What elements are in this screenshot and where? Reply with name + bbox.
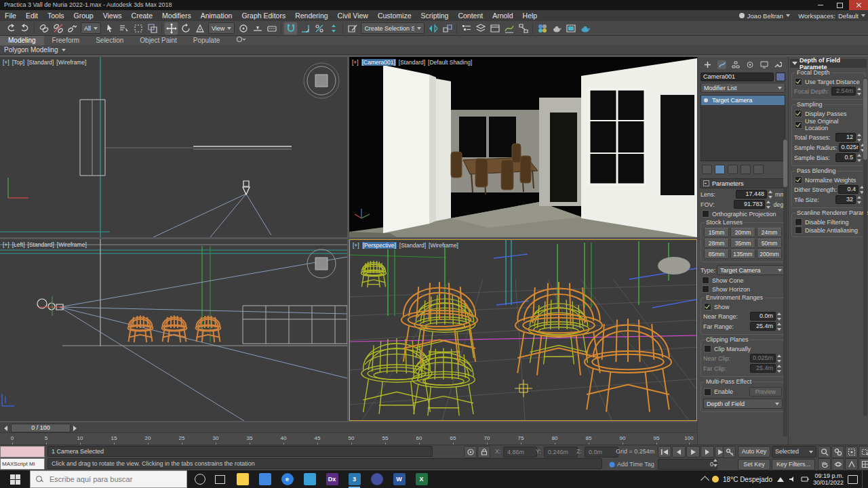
toggle-ribbon-icon[interactable] xyxy=(488,22,502,35)
window-crossing-icon[interactable] xyxy=(145,22,159,35)
menu-modifiers[interactable]: Modifiers xyxy=(157,10,196,21)
viewport-menu-general[interactable]: [+] xyxy=(3,59,9,66)
viewport-perspective[interactable]: [+] [Perspective] [Standard] [Wireframe] xyxy=(349,239,697,421)
viewport-menu-standard[interactable]: [Standard] xyxy=(399,59,425,66)
total-passes-field[interactable]: 12 xyxy=(835,133,856,142)
action-center-icon[interactable] xyxy=(848,475,858,484)
viewport-menu-pov[interactable]: [Left] xyxy=(12,241,25,248)
view-rotation-gizmo[interactable] xyxy=(304,63,339,98)
volume-icon[interactable] xyxy=(789,476,797,483)
remove-modifier-icon[interactable] xyxy=(741,165,751,174)
current-frame-spinner[interactable] xyxy=(713,459,719,467)
taskbar-app-excel[interactable]: X xyxy=(410,470,433,488)
camera-object[interactable] xyxy=(37,299,63,310)
lens-50mm-button[interactable]: 50mm xyxy=(757,239,782,248)
keyboard-shortcut-override-icon[interactable] xyxy=(264,22,279,35)
workspaces-dropdown-icon[interactable] xyxy=(861,14,865,17)
show-cone-checkbox[interactable] xyxy=(702,277,709,284)
multipass-effect-dropdown[interactable]: Depth of Field xyxy=(703,399,783,409)
tile-size-field[interactable]: 32 xyxy=(835,195,856,204)
viewport-menu-pov[interactable]: [Camera001] xyxy=(361,59,396,66)
set-key-button[interactable]: Set Key xyxy=(738,459,770,470)
z-coord-field[interactable]: 0.0m xyxy=(585,447,618,458)
select-and-move-icon[interactable] xyxy=(164,22,178,35)
polygon-modeling-dropdown-icon[interactable] xyxy=(62,49,66,52)
total-passes-spinner[interactable] xyxy=(857,134,863,142)
key-selection-dropdown[interactable]: Selected xyxy=(772,446,816,458)
viewport-menu-standard[interactable]: [Standard] xyxy=(27,59,54,66)
taskbar-app-teams[interactable] xyxy=(366,470,388,488)
camera-type-dropdown[interactable]: Target Camera xyxy=(717,265,785,275)
display-tab-icon[interactable] xyxy=(760,60,769,69)
toggle-scene-explorer-icon[interactable] xyxy=(459,22,473,35)
parameters-rollout[interactable]: Parameters xyxy=(700,178,786,188)
time-slider[interactable]: 0 / 100 xyxy=(11,424,71,432)
orbit-icon[interactable] xyxy=(831,458,844,470)
named-selection-set-dropdown[interactable]: Create Selection Se xyxy=(361,22,425,34)
previous-frame-button[interactable] xyxy=(672,446,686,458)
align-icon[interactable] xyxy=(440,22,454,35)
play-button[interactable] xyxy=(686,446,700,458)
network-icon[interactable] xyxy=(776,476,785,483)
signin-user[interactable]: Joao Beltran xyxy=(747,12,783,20)
weather-status[interactable]: 18°C Despejado xyxy=(723,476,772,483)
viewport-menu-standard[interactable]: [Standard] xyxy=(399,242,426,249)
redo-icon[interactable] xyxy=(18,22,32,35)
show-horizon-checkbox[interactable] xyxy=(702,285,709,293)
menu-content[interactable]: Content xyxy=(453,10,488,21)
macro-recorder-field[interactable] xyxy=(0,446,45,458)
disable-antialiasing-checkbox[interactable] xyxy=(795,226,802,234)
taskbar-clock[interactable]: 09:19 p.m. 30/01/2022 xyxy=(813,472,844,487)
selection-region-icon[interactable] xyxy=(131,22,145,35)
viewport-menu-general[interactable]: [+] xyxy=(352,59,359,66)
taskbar-search[interactable] xyxy=(30,470,187,488)
viewport-left[interactable]: [+] [Left] [Standard] [Wireframe] xyxy=(0,239,347,421)
viewport-menu-shading[interactable]: [Wireframe] xyxy=(429,242,458,249)
maximize-button[interactable] xyxy=(830,0,849,10)
ribbon-minimize-icon[interactable] xyxy=(228,36,254,45)
dither-strength-field[interactable]: 0.4 xyxy=(838,185,859,194)
lens-15mm-button[interactable]: 15mm xyxy=(704,228,729,237)
search-input[interactable] xyxy=(48,474,173,484)
angle-snap-icon[interactable] xyxy=(298,22,312,35)
fov-field[interactable]: 91.783 xyxy=(734,200,765,209)
ribbon-tab-populate[interactable]: Populate xyxy=(185,36,228,45)
viewport-left-canvas[interactable] xyxy=(0,239,347,421)
isolate-selection-icon[interactable] xyxy=(464,446,477,458)
shaded-object[interactable] xyxy=(658,257,690,274)
wireframe-chairs-orange[interactable] xyxy=(401,282,671,412)
previous-frame-arrow[interactable] xyxy=(4,426,7,431)
command-panel-scrollbar[interactable] xyxy=(783,138,787,436)
render-production-icon[interactable] xyxy=(578,22,592,35)
viewport-camera-canvas[interactable] xyxy=(349,57,697,237)
snap-toggle-3d-icon[interactable] xyxy=(283,22,298,35)
viewport-menu-shading[interactable]: [Default Shading] xyxy=(428,59,472,66)
menu-civil-view[interactable]: Civil View xyxy=(333,10,373,21)
use-pivot-center-icon[interactable] xyxy=(236,22,250,35)
far-range-spinner[interactable] xyxy=(777,323,783,331)
select-by-name-icon[interactable] xyxy=(117,22,131,35)
lens-24mm-button[interactable]: 24mm xyxy=(757,228,782,237)
viewport-menu-general[interactable]: [+] xyxy=(3,241,9,248)
select-and-scale-icon[interactable] xyxy=(193,22,207,35)
pan-icon[interactable] xyxy=(818,458,831,470)
toggle-layer-explorer-icon[interactable] xyxy=(473,22,488,35)
taskbar-app-file-explorer[interactable] xyxy=(231,470,254,488)
y-coord-field[interactable]: 0.246m xyxy=(544,447,578,458)
lens-spinner[interactable] xyxy=(768,190,774,199)
lens-field[interactable]: 17.448 xyxy=(736,190,767,199)
start-button[interactable] xyxy=(0,470,30,488)
normalize-weights-checkbox[interactable] xyxy=(795,176,802,184)
schematic-view-icon[interactable] xyxy=(516,22,530,35)
disable-filtering-checkbox[interactable] xyxy=(795,218,802,226)
dof-panel-scrollbar[interactable] xyxy=(863,77,867,416)
show-desktop-button[interactable] xyxy=(862,470,865,488)
ribbon-tab-modeling[interactable]: Modeling xyxy=(0,36,44,45)
use-original-location-checkbox[interactable] xyxy=(795,121,802,129)
select-and-manipulate-icon[interactable] xyxy=(250,22,264,35)
menu-customize[interactable]: Customize xyxy=(373,10,416,21)
edit-named-selection-icon[interactable] xyxy=(345,22,359,35)
far-range-field[interactable]: 25.4m xyxy=(750,322,776,331)
tile-size-spinner[interactable] xyxy=(857,196,863,204)
track-bar[interactable]: 0 5 10 15 20 25 30 35 40 45 50 55 60 65 … xyxy=(0,432,697,446)
